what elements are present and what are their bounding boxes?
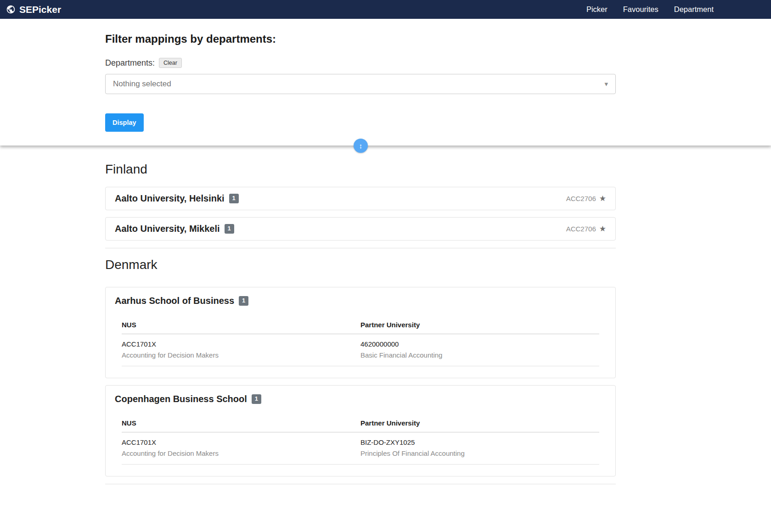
- favourite-star-icon[interactable]: ★: [599, 225, 606, 233]
- nav-links: Picker Favourites Department: [586, 5, 714, 14]
- partner-course-title: Principles Of Financial Accounting: [360, 449, 599, 457]
- favourite-star-icon[interactable]: ★: [599, 195, 606, 202]
- chevron-down-icon: ▾: [604, 80, 608, 88]
- nav-link-picker[interactable]: Picker: [586, 5, 608, 14]
- partner-cell: 4620000000 Basic Financial Accounting: [360, 334, 599, 366]
- section-divider: [105, 248, 616, 248]
- university-name-label: Aalto University, Helsinki: [115, 193, 225, 204]
- mapping-table: NUS Partner University ACC1701X Accounti…: [122, 415, 599, 465]
- display-button[interactable]: Display: [105, 113, 144, 132]
- university-name: Aalto University, Mikkeli 1: [115, 224, 234, 234]
- mapping-count-badge: 1: [252, 394, 261, 404]
- globe-icon: [6, 5, 16, 14]
- navbar: SEPicker Picker Favourites Department: [0, 0, 771, 19]
- university-name[interactable]: Copenhagen Business School 1: [115, 394, 606, 404]
- card-right: ACC2706 ★: [566, 195, 606, 202]
- card-right: ACC2706 ★: [566, 225, 606, 233]
- mapping-count-badge: 1: [229, 194, 239, 203]
- nav-link-department[interactable]: Department: [674, 5, 714, 14]
- brand-label: SEPicker: [19, 4, 61, 15]
- table-row: ACC1701X Accounting for Decision Makers …: [122, 334, 599, 366]
- nus-course-title: Accounting for Decision Makers: [122, 449, 360, 457]
- university-name-label: Aarhus School of Business: [115, 296, 234, 306]
- university-name: Aalto University, Helsinki 1: [115, 193, 239, 204]
- mapping-table: NUS Partner University ACC1701X Accounti…: [122, 317, 599, 366]
- university-name-label: Aalto University, Mikkeli: [115, 224, 220, 234]
- departments-select[interactable]: Nothing selected ▾: [105, 74, 616, 94]
- university-name-label: Copenhagen Business School: [115, 394, 247, 404]
- departments-label: Departments:: [105, 58, 155, 68]
- departments-row: Departments: Clear: [105, 58, 616, 68]
- nus-cell: ACC1701X Accounting for Decision Makers: [122, 432, 360, 465]
- nav-link-favourites[interactable]: Favourites: [623, 5, 658, 14]
- filter-panel: Filter mappings by departments: Departme…: [0, 19, 771, 146]
- brand[interactable]: SEPicker: [6, 4, 61, 15]
- column-header-partner: Partner University: [360, 317, 599, 334]
- university-card-aarhus: Aarhus School of Business 1 NUS Partner …: [105, 287, 616, 378]
- country-heading-finland: Finland: [105, 162, 616, 177]
- country-heading-denmark: Denmark: [105, 258, 616, 272]
- column-header-partner: Partner University: [360, 415, 599, 432]
- nus-course-code: ACC1701X: [122, 340, 360, 348]
- page-end-spacer: [105, 484, 616, 521]
- partner-cell: BIZ-DO-ZXY1025 Principles Of Financial A…: [360, 432, 599, 465]
- partner-course-code: 4620000000: [360, 340, 599, 348]
- university-name[interactable]: Aarhus School of Business 1: [115, 296, 606, 306]
- course-code-label: ACC2706: [566, 225, 596, 233]
- partner-course-title: Basic Financial Accounting: [360, 351, 599, 359]
- clear-button[interactable]: Clear: [159, 58, 182, 68]
- course-code-label: ACC2706: [566, 195, 596, 202]
- nus-course-code: ACC1701X: [122, 438, 360, 446]
- university-card-header[interactable]: Aalto University, Mikkeli 1 ACC2706 ★: [106, 218, 615, 240]
- collapse-filter-button[interactable]: ↕: [354, 139, 368, 153]
- table-row: ACC1701X Accounting for Decision Makers …: [122, 432, 599, 465]
- university-card-copenhagen: Copenhagen Business School 1 NUS Partner…: [105, 385, 616, 476]
- column-header-nus: NUS: [122, 415, 360, 432]
- university-card-aalto-mikkeli: Aalto University, Mikkeli 1 ACC2706 ★: [105, 217, 616, 241]
- partner-course-code: BIZ-DO-ZXY1025: [360, 438, 599, 446]
- up-down-arrow-icon: ↕: [359, 142, 363, 149]
- mapping-count-badge: 1: [225, 224, 234, 234]
- column-header-nus: NUS: [122, 317, 360, 334]
- filter-title: Filter mappings by departments:: [105, 33, 616, 45]
- departments-select-value: Nothing selected: [113, 79, 171, 89]
- mapping-count-badge: 1: [239, 296, 248, 306]
- nus-course-title: Accounting for Decision Makers: [122, 351, 360, 359]
- university-card-header[interactable]: Aalto University, Helsinki 1 ACC2706 ★: [106, 187, 615, 210]
- nus-cell: ACC1701X Accounting for Decision Makers: [122, 334, 360, 366]
- university-card-aalto-helsinki: Aalto University, Helsinki 1 ACC2706 ★: [105, 187, 616, 210]
- results-area: Finland Aalto University, Helsinki 1 ACC…: [105, 162, 616, 521]
